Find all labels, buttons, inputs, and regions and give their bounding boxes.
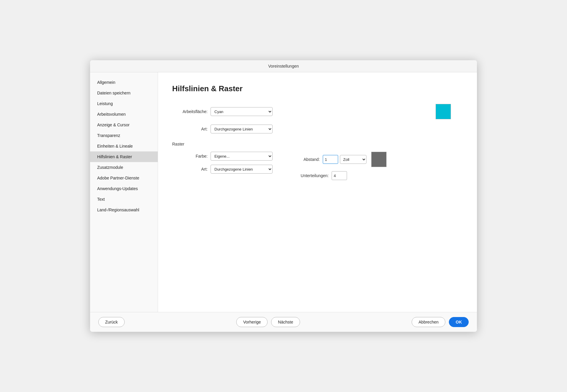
main-panel: Hilfslinien & Raster Arbeitsfläche: Cyan… [158,72,477,312]
back-button[interactable]: Zurück [98,317,125,327]
farbe-select[interactable]: Eigene...CyanBlauRotGrünGelbWeißSchwarz [211,152,273,161]
sidebar-item-leistung[interactable]: Leistung [90,98,158,109]
next-button[interactable]: Nächste [271,317,300,327]
art-row: Art: Durchgezogene LinienGestrichelte Li… [172,125,463,133]
sidebar-item-arbeitsvolumen[interactable]: Arbeitsvolumen [90,109,158,120]
content-area: AllgemeinDateien speichernLeistungArbeit… [90,72,477,312]
sidebar-item-adobe-partner-dienste[interactable]: Adobe Partner-Dienste [90,173,158,183]
raster-label: Raster [172,142,463,146]
cancel-button[interactable]: Abbrechen [412,317,445,327]
prev-button[interactable]: Vorherige [236,317,268,327]
sidebar-item-zusatzmodule[interactable]: Zusatzmodule [90,162,158,173]
sidebar-item-hilfslinien-raster[interactable]: Hilfslinien & Raster [90,151,158,162]
title-bar: Voreinstellungen [90,60,477,72]
sidebar-item-anwendungs-updates[interactable]: Anwendungs-Updates [90,183,158,194]
footer-center: Vorherige Nächste [236,317,300,327]
sidebar-item-anzeige-cursor[interactable]: Anzeige & Cursor [90,120,158,130]
arbeitsflaeche-select[interactable]: CyanBlauRotGrünGelbWeißSchwarzEigene... [211,107,273,116]
abstand-input[interactable]: 1 [323,155,338,164]
sidebar-item-dateien-speichern[interactable]: Dateien speichern [90,88,158,98]
sidebar-item-allgemein[interactable]: Allgemein [90,77,158,88]
art2-label: Art: [172,167,208,172]
sidebar-item-land-regionsauswahl[interactable]: Land-/Regionsauswahl [90,205,158,215]
farbe-row: Farbe: Eigene...CyanBlauRotGrünGelbWeißS… [172,152,273,161]
arbeitsflaeche-label: Arbeitsfläche: [172,109,208,114]
preferences-dialog: Voreinstellungen AllgemeinDateien speich… [90,60,477,332]
subdivisions-input[interactable]: 4 [332,171,347,180]
sidebar: AllgemeinDateien speichernLeistungArbeit… [90,72,158,312]
art-select[interactable]: Durchgezogene LinienGestrichelte LinienP… [211,125,273,133]
unterteilungen-label: Unterteilungen: [290,173,329,178]
footer: Zurück Vorherige Nächste Abbrechen OK [90,312,477,332]
farbe-label: Farbe: [172,154,208,159]
arbeitsflaeche-row: Arbeitsfläche: CyanBlauRotGrünGelbWeißSc… [172,104,463,119]
sidebar-item-text[interactable]: Text [90,194,158,205]
page-title: Hilfslinien & Raster [172,84,463,93]
raster-section: Raster Farbe: Eigene...CyanBlauRotGrünGe… [172,142,463,180]
sidebar-item-einheiten-lineale[interactable]: Einheiten & Lineale [90,141,158,151]
art-label: Art: [172,127,208,131]
ok-button[interactable]: OK [449,317,469,327]
sidebar-item-transparenz[interactable]: Transparenz [90,130,158,141]
unterteilungen-row: Unterteilungen: 4 [290,171,387,180]
abstand-label: Abstand: [290,157,320,162]
dialog-title: Voreinstellungen [268,64,299,68]
arbeitsflaeche-color-swatch[interactable] [436,104,451,119]
raster-color-swatch[interactable] [371,152,387,167]
unit-select[interactable]: ZollcmmmPx [340,155,366,164]
footer-right: Abbrechen OK [412,317,469,327]
footer-left: Zurück [98,317,125,327]
art2-select[interactable]: Durchgezogene LinienGestrichelte LinienP… [211,165,273,174]
art2-row: Art: Durchgezogene LinienGestrichelte Li… [172,165,273,174]
abstand-row: Abstand: 1 ZollcmmmPx [290,152,387,167]
